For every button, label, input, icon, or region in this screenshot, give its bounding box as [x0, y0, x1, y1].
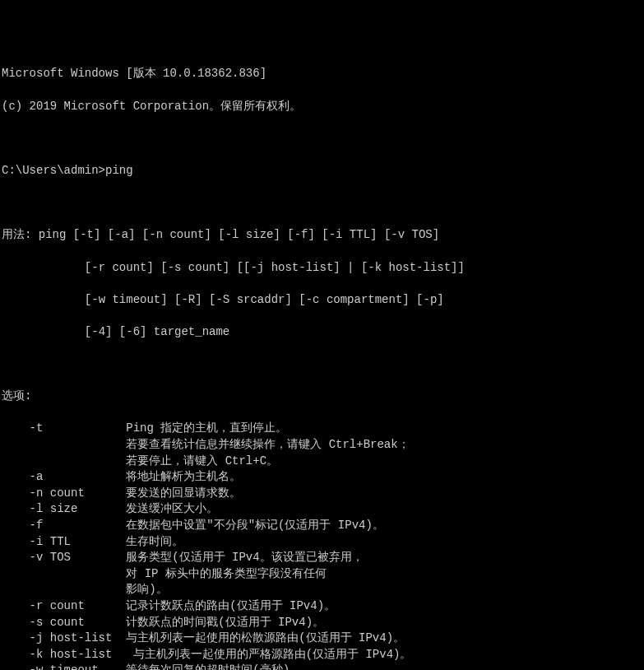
blank — [2, 356, 642, 373]
options-list: -t Ping 指定的主机，直到停止。 若要查看统计信息并继续操作，请键入 Ct… — [2, 421, 642, 670]
option-row: 影响)。 — [2, 582, 642, 598]
options-label: 选项: — [2, 389, 642, 405]
prompt-path: C:\Users\admin> — [2, 164, 105, 177]
blank — [2, 131, 642, 147]
option-row: -k host-list 与主机列表一起使用的严格源路由(仅适用于 IPv4)。 — [2, 647, 642, 663]
usage-line-2: [-r count] [-s count] [[-j host-list] | … — [2, 260, 642, 277]
option-row: 对 IP 标头中的服务类型字段没有任何 — [2, 566, 642, 583]
usage-line-4: [-4] [-6] target_name — [2, 324, 642, 341]
command-input: ping — [105, 164, 133, 177]
option-row: 若要查看统计信息并继续操作，请键入 Ctrl+Break； — [2, 437, 642, 454]
option-row: -t Ping 指定的主机，直到停止。 — [2, 421, 642, 437]
option-row: -s count 计数跃点的时间戳(仅适用于 IPv4)。 — [2, 615, 642, 631]
usage-line-3: [-w timeout] [-R] [-S srcaddr] [-c compa… — [2, 292, 642, 309]
option-row: -f 在数据包中设置"不分段"标记(仅适用于 IPv4)。 — [2, 518, 642, 534]
option-row: -r count 记录计数跃点的路由(仅适用于 IPv4)。 — [2, 598, 642, 615]
option-row: 若要停止，请键入 Ctrl+C。 — [2, 454, 642, 470]
blank — [2, 195, 642, 212]
header-copyright: (c) 2019 Microsoft Corporation。保留所有权利。 — [2, 99, 642, 115]
usage-line-1: 用法: ping [-t] [-a] [-n count] [-l size] … — [2, 227, 642, 244]
option-row: -a 将地址解析为主机名。 — [2, 469, 642, 486]
header-version: Microsoft Windows [版本 10.0.18362.836] — [2, 66, 642, 82]
prompt-line-1[interactable]: C:\Users\admin>ping — [2, 163, 642, 179]
option-row: -l size 发送缓冲区大小。 — [2, 501, 642, 518]
option-row: -w timeout 等待每次回复的超时时间(毫秒)。 — [2, 663, 642, 670]
option-row: -n count 要发送的回显请求数。 — [2, 486, 642, 502]
option-row: -j host-list 与主机列表一起使用的松散源路由(仅适用于 IPv4)。 — [2, 630, 642, 647]
option-row: -v TOS 服务类型(仅适用于 IPv4。该设置已被弃用， — [2, 550, 642, 566]
option-row: -i TTL 生存时间。 — [2, 534, 642, 551]
